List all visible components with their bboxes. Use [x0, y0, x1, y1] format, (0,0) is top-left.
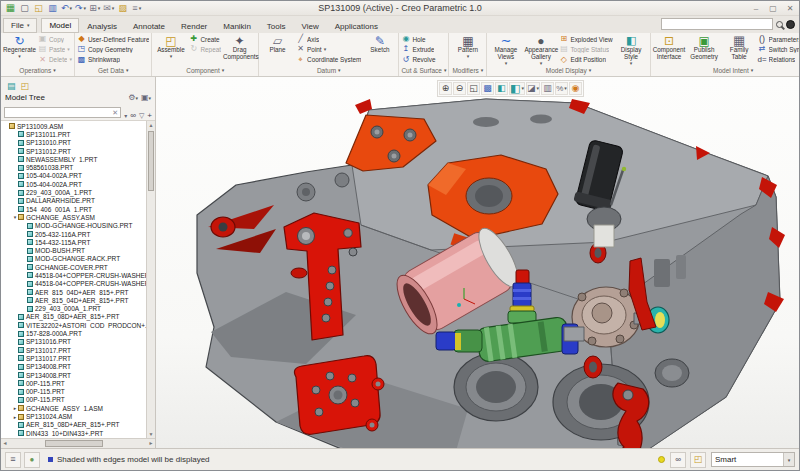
family-table-button[interactable]: ▦Family Table [723, 34, 756, 61]
spin-center-button[interactable]: ◉ [569, 82, 582, 95]
scroll-up-icon[interactable] [147, 121, 155, 129]
ribbon-group-label[interactable]: Cut & Surface▾ [401, 65, 446, 76]
scroll-left-icon[interactable] [1, 439, 9, 448]
plane-button[interactable]: ▱Plane [261, 34, 294, 54]
tree-item[interactable]: 154-432-115A.PRT [1, 238, 146, 246]
folder-button[interactable]: ◰ [690, 452, 706, 468]
add-column-button[interactable]: + [147, 104, 152, 122]
shrinkwrap-button[interactable]: ▩Shrinkwrap [77, 55, 149, 65]
tree-item[interactable]: SP131017.PRT [1, 346, 146, 354]
tree-item[interactable]: NEWASSEMBLY_1.PRT [1, 155, 146, 163]
tree-item[interactable]: SP134008.PRT [1, 363, 146, 371]
tree-item[interactable]: 105-404-002A.PRT [1, 172, 146, 180]
copy-button[interactable]: ▣Copy [38, 34, 72, 44]
find-button[interactable]: ∞ [670, 452, 686, 468]
annotation-display-button[interactable]: %▾ [555, 82, 568, 95]
tree-item[interactable]: MOD-GCHANGE-HOUSING.PRT [1, 222, 146, 230]
tree-item[interactable]: SP131016.PRT [1, 338, 146, 346]
tree-item[interactable]: SP131009.ASM [1, 122, 146, 130]
find-button[interactable]: ∞ [130, 104, 136, 122]
scroll-down-icon[interactable] [147, 430, 155, 438]
tree-item[interactable]: 154_406_001A_1.PRT [1, 205, 146, 213]
tree-item[interactable]: AER_815_08D+AER_815+.PRT [1, 313, 146, 321]
tree-item[interactable]: 44518-04+COPPER-CRUSH-WASHERS [1, 280, 146, 288]
ribbon-group-label[interactable]: Datum▾ [261, 65, 396, 76]
tree-item[interactable]: VITE32202+ASTORI_COD_PRODCON+.PRT [1, 321, 146, 329]
publish-geometry-button[interactable]: ▣Publish Geometry [688, 34, 721, 61]
parameters-button[interactable]: ()Parameters [758, 34, 799, 44]
repeat-button[interactable]: ↻Repeat [189, 44, 221, 54]
dropdown-caret-button[interactable]: ▾ [124, 104, 127, 122]
scroll-thumb[interactable] [148, 131, 154, 191]
tree-item[interactable]: ▸SP131024.ASM [1, 412, 146, 420]
component-interface-button[interactable]: ⊡Component Interface [653, 34, 686, 61]
clear-icon[interactable]: ✕ [112, 109, 118, 116]
tree-item[interactable]: 229_403_000A_1.PRT [1, 305, 146, 313]
tab-annotate[interactable]: Annotate [125, 18, 173, 33]
chevron-down-icon[interactable] [783, 453, 794, 466]
close-button[interactable]: ✕ [785, 4, 795, 13]
tree-item[interactable]: MOD-GCHANGE-RACK.PRT [1, 255, 146, 263]
tree-filter-input[interactable]: ✕ [4, 107, 121, 118]
show-button[interactable]: ▣▾ [141, 93, 151, 102]
pattern-button[interactable]: ▦Pattern▾ [451, 34, 484, 59]
3d-model[interactable] [156, 77, 799, 448]
toggle-status-button[interactable]: ▤Toggle Status [559, 44, 612, 54]
search-icon[interactable] [776, 21, 783, 28]
ribbon-group-label[interactable]: Modifiers▾ [451, 65, 484, 76]
customize-button[interactable]: ≡▾ [131, 2, 142, 14]
tree-item[interactable]: 00P-115.PRT [1, 388, 146, 396]
user-defined-feature-button[interactable]: ◆User-Defined Feature [77, 34, 149, 44]
display-style-button[interactable]: ◧▾ [509, 82, 525, 95]
extrude-button[interactable]: ↥Extrude [401, 44, 435, 54]
settings-button[interactable]: ⚙▾ [128, 93, 138, 102]
create-button[interactable]: ✚Create [189, 34, 221, 44]
display-style-button[interactable]: ◧Display Style▾ [615, 34, 648, 66]
tree-item[interactable]: 958561038.PRT [1, 163, 146, 171]
zoom-out-button[interactable]: ⊖ [453, 82, 466, 95]
undo-button[interactable]: ↶▾ [61, 2, 72, 14]
coordinate-system-button[interactable]: ⌖Coordinate System [296, 55, 361, 65]
zoom-in-button[interactable]: ⊕ [439, 82, 452, 95]
shaded-button[interactable]: ◧ [495, 82, 508, 95]
tree-horizontal-scrollbar[interactable] [1, 438, 155, 448]
minimize-button[interactable]: – [751, 4, 761, 13]
maximize-button[interactable]: ▢ [768, 4, 778, 13]
revolve-button[interactable]: ↺Revolve [401, 55, 435, 65]
appearance-gallery-button[interactable]: ●Appearance Gallery▾ [524, 34, 557, 66]
relations-button[interactable]: d=Relations [758, 55, 799, 65]
tree-item[interactable]: 105-404-002A.PRT [1, 180, 146, 188]
tab-render[interactable]: Render [173, 18, 215, 33]
regenerate-button[interactable]: ↻Regenerate▾ [3, 34, 36, 59]
tree-item[interactable]: GCHANGE-COVER.PRT [1, 263, 146, 271]
help-globe-icon[interactable] [786, 20, 795, 29]
tab-applications[interactable]: Applications [327, 18, 386, 33]
tab-file[interactable]: File▾ [3, 18, 37, 33]
tree-item[interactable]: 00P-115.PRT [1, 379, 146, 387]
model-info-button[interactable]: ● [24, 452, 40, 468]
tree-item[interactable]: SP131012.PRT [1, 147, 146, 155]
tab-manikin[interactable]: Manikin [215, 18, 259, 33]
exploded-view-button[interactable]: ⊞Exploded View [559, 34, 612, 44]
tree-item[interactable]: MOD-BUSH.PRT [1, 246, 146, 254]
tree-item[interactable]: 205-432-116A.PRT [1, 230, 146, 238]
point-button[interactable]: ✕Point▾ [296, 44, 361, 54]
tree-item[interactable]: ▸GCHANGE_ASSY_1.ASM [1, 404, 146, 412]
tree-item[interactable]: 44518-04+COPPER-CRUSH-WASHERS [1, 271, 146, 279]
app-button[interactable]: ▦ [5, 2, 16, 14]
notes-button[interactable]: ▨ [117, 2, 128, 14]
save-button[interactable]: ▥ [47, 2, 58, 14]
new-button[interactable]: ▢ [19, 2, 30, 14]
tree-item[interactable]: SP131010.PRT [1, 139, 146, 147]
tab-model[interactable]: Model [41, 18, 79, 33]
tab-view[interactable]: View [294, 18, 327, 33]
tree-item[interactable]: 157-828-000A.PRT [1, 329, 146, 337]
model-bore-left[interactable] [454, 353, 538, 421]
repaint-button[interactable]: ▩ [481, 82, 494, 95]
graphics-viewport[interactable]: ⊕⊖◱▩◧◧▾◪▾▥%▾◉ [156, 77, 799, 448]
filter-button[interactable]: ▽ [139, 104, 144, 122]
view-manager-button[interactable]: ▥ [541, 82, 554, 95]
tree-item[interactable]: AER_815_04D+AER_815+.PRT [1, 288, 146, 296]
tree-item[interactable]: AER_815_08D+AER_815+.PRT [1, 421, 146, 429]
tab-tools[interactable]: Tools [259, 18, 294, 33]
